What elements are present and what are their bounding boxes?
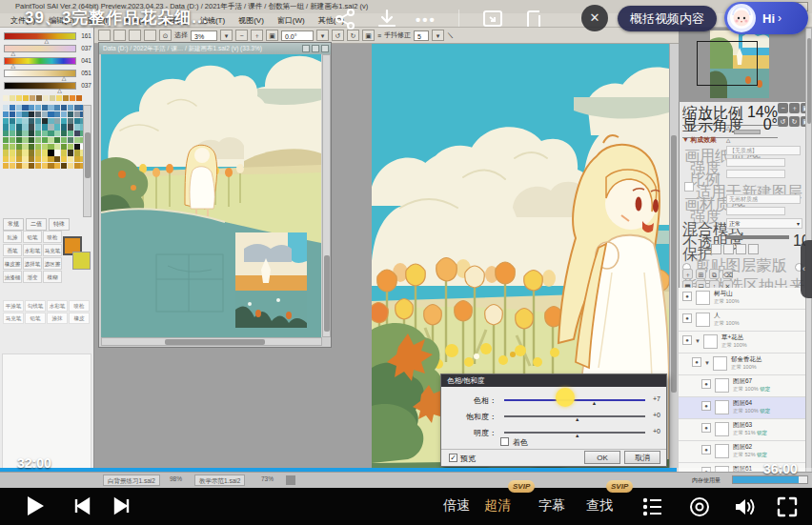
palette-cell[interactable] <box>48 124 53 130</box>
palette-cell[interactable] <box>22 105 28 111</box>
stabilizer-value[interactable]: 5 <box>414 30 429 41</box>
swatch-cell[interactable] <box>36 95 42 101</box>
more-icon[interactable]: ••• <box>416 11 436 28</box>
palette-cell[interactable] <box>16 111 22 117</box>
palette-cell[interactable] <box>16 150 22 155</box>
flip-icon[interactable]: ≡ <box>377 32 381 39</box>
palette-cell[interactable] <box>10 150 15 155</box>
palette-cell[interactable] <box>48 163 53 169</box>
swatch-cell[interactable] <box>10 95 15 101</box>
swatch-cell[interactable] <box>76 95 82 101</box>
hscroll-thumb[interactable] <box>286 475 295 485</box>
palette-cell[interactable] <box>61 156 67 162</box>
swatch-cell[interactable] <box>30 95 35 101</box>
layer-toolbar-row1[interactable]: ＋ ⊞ ⧉ ⌫ <box>682 269 733 279</box>
palette-cell[interactable] <box>48 131 53 136</box>
document-tab[interactable]: 白背景练习1.sai2 <box>103 475 160 486</box>
secondary-color-swatch[interactable] <box>72 252 91 270</box>
palette-cell[interactable] <box>74 118 80 124</box>
swatch-cell[interactable] <box>56 95 62 101</box>
canvas-minimize-button[interactable] <box>302 45 310 52</box>
brush-preset[interactable]: 水彩笔 <box>47 300 68 312</box>
palette-cell[interactable] <box>3 156 9 162</box>
palette-cell[interactable] <box>29 124 34 130</box>
tool-button[interactable] <box>113 30 126 41</box>
palette-cell[interactable] <box>42 144 48 150</box>
menu-item[interactable]: 窗口(W) <box>271 13 312 28</box>
palette-cell[interactable] <box>16 137 22 143</box>
dialog-slider-row[interactable]: 饱和度：▲+0 <box>449 408 660 425</box>
palette-cell[interactable] <box>48 144 53 150</box>
swatch-cell[interactable] <box>16 95 22 101</box>
rotate-ccw-button[interactable]: ↺ <box>332 30 344 41</box>
tool-button[interactable]: 选区擦 <box>43 257 62 270</box>
layer-visibility-eye[interactable]: ● <box>701 423 711 433</box>
line-tool-icon[interactable]: ＼ <box>447 30 454 40</box>
tool-tab[interactable]: 特殊 <box>49 218 70 231</box>
palette-cell[interactable] <box>22 124 28 130</box>
dialog-titlebar[interactable]: 色相/饱和度 <box>441 374 666 387</box>
tool-button[interactable]: 模糊 <box>43 271 62 283</box>
color-slider-knob[interactable]: △ <box>57 88 62 93</box>
palette-cell[interactable] <box>42 163 48 169</box>
palette-cell[interactable] <box>42 124 48 130</box>
palette-cell[interactable] <box>54 137 60 143</box>
protect-buttons[interactable] <box>711 244 759 254</box>
tool-button[interactable]: 渐变 <box>23 271 42 283</box>
effects-scale-field[interactable] <box>726 170 785 178</box>
menu-item[interactable]: 视图(V) <box>232 13 271 28</box>
brush-preset[interactable]: 马克笔 <box>3 313 24 324</box>
panel-grip[interactable] <box>734 130 761 134</box>
tool-button[interactable]: 油漆桶 <box>3 271 22 283</box>
cancel-button[interactable]: 取消 <box>624 451 660 464</box>
palette-cell[interactable] <box>54 131 60 136</box>
colorize-checkbox[interactable] <box>500 437 509 446</box>
palette-cell[interactable] <box>54 150 60 155</box>
palette-cell[interactable] <box>68 137 73 143</box>
color-slider-row[interactable]: △051 <box>4 69 91 80</box>
speed-button[interactable]: 倍速 <box>443 497 470 515</box>
palette-cell[interactable] <box>74 137 80 143</box>
palette-cell[interactable] <box>48 156 53 162</box>
brush-preset[interactable]: 铅笔 <box>25 313 46 324</box>
preview-checkbox[interactable]: ✓ <box>449 454 457 462</box>
palette-cell[interactable] <box>16 156 22 162</box>
canvas-maximize-button[interactable] <box>312 45 319 52</box>
brush-preset[interactable]: 勾线笔 <box>25 300 46 312</box>
palette-cell[interactable] <box>10 124 15 130</box>
dialog-slider-track[interactable] <box>504 399 645 401</box>
swatch-cell[interactable] <box>3 95 9 101</box>
palette-cell[interactable] <box>74 131 80 136</box>
brush-preset[interactable]: 喷枪 <box>69 300 90 312</box>
palette-cell[interactable] <box>16 124 22 130</box>
palette-cell[interactable] <box>54 118 60 124</box>
palette-cell[interactable] <box>29 111 34 117</box>
palette-cell[interactable] <box>35 156 41 162</box>
tool-tab[interactable]: 二值 <box>26 218 47 231</box>
palette-cell[interactable] <box>29 131 34 136</box>
layer-visibility-eye[interactable]: ● <box>692 357 701 367</box>
palette-cell[interactable] <box>29 118 34 124</box>
palette-cell[interactable] <box>3 124 9 130</box>
zoom-in-button[interactable]: ＋ <box>251 30 263 41</box>
layer-visibility-eye[interactable]: ● <box>701 401 711 411</box>
palette-cell[interactable] <box>3 131 9 136</box>
canvas-artwork-overview[interactable] <box>101 54 321 337</box>
settings-target-icon[interactable] <box>688 495 711 518</box>
palette-cell[interactable] <box>10 144 15 150</box>
dialog-slider-knob[interactable]: ▲ <box>575 417 579 422</box>
palette-cell[interactable] <box>10 156 15 162</box>
canvas-window-small[interactable]: Data (D:) / 2022年手活 / 课… / 新建画布1.sai2 (v… <box>98 42 332 348</box>
palette-cell[interactable] <box>29 105 34 111</box>
sidebar-collapse-handle[interactable]: ‹ <box>801 240 812 298</box>
palette-cell[interactable] <box>42 131 48 136</box>
palette-cell[interactable] <box>35 131 41 136</box>
palette-cell[interactable] <box>42 111 48 117</box>
palette-cell[interactable] <box>42 150 48 155</box>
palette-cell[interactable] <box>61 111 67 117</box>
palette-cell[interactable] <box>48 105 53 111</box>
layer-row[interactable]: ●图层62正常 52% 锁定 <box>679 441 805 463</box>
tool-button[interactable]: 橡皮擦 <box>3 257 22 270</box>
layer-row[interactable]: ●图层63正常 51% 锁定 <box>679 419 805 441</box>
palette-cell[interactable] <box>3 150 9 155</box>
